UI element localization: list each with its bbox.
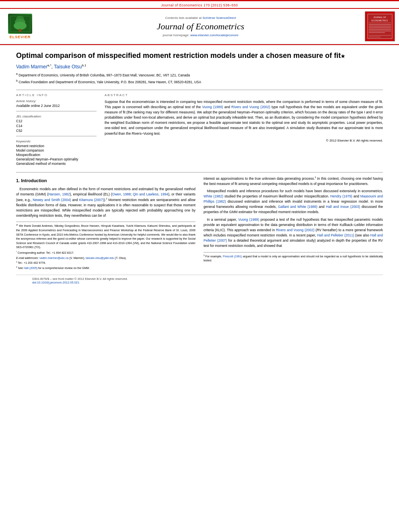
svg-rect-17 (369, 35, 391, 36)
divider-1 (16, 90, 383, 90)
header-center: Contents lists available at SciVerse Sci… (36, 16, 365, 37)
author2-sup: b,1 (82, 64, 86, 67)
svg-point-4 (14, 22, 27, 30)
keywords-label: Keywords: (16, 140, 97, 143)
white-1982-link[interactable]: White (1982) (204, 194, 223, 198)
affil-b-sup: b (16, 79, 18, 82)
affil-b: b Cowles Foundation and Department of Ec… (16, 79, 383, 85)
svg-rect-13 (369, 27, 391, 28)
body-left-para1: Econometric models are often defined in … (16, 187, 195, 219)
sciverse-link[interactable]: SciVerse ScienceDirect (202, 16, 236, 20)
elsevier-logo: ELSEVIER (4, 14, 36, 39)
info-abstract-section: ARTICLE INFO Article history: Available … (16, 93, 383, 166)
svg-rect-18 (369, 37, 381, 37)
footnotes-left: ★ We thank Donald Andrews, Nikolay Gospo… (16, 222, 195, 270)
email-marmer-link[interactable]: vadim.marmer@ubc.ca (39, 257, 68, 259)
svg-rect-16 (369, 32, 385, 33)
hall-2005-link[interactable]: Hall (2005) (24, 267, 37, 269)
affil-a-sup: a (16, 72, 18, 75)
email-label: E-mail addresses: (16, 257, 39, 259)
jel-c14: C14 (16, 124, 97, 128)
affil-b-text: Cowles Foundation and Department of Econ… (19, 80, 201, 84)
svg-rect-5 (19, 29, 21, 32)
article-info-head: ARTICLE INFO (16, 93, 97, 97)
keyword-2: Model comparison (16, 148, 97, 152)
journal-top-bar: Journal of Econometrics 170 (2012) 538–5… (0, 1, 399, 9)
journal-ref: Journal of Econometrics 170 (2012) 538–5… (161, 3, 238, 7)
homepage-prefix: journal homepage: (162, 33, 189, 37)
jel-c12: C12 (16, 119, 97, 123)
affil-a-text: Department of Economics, University of B… (19, 73, 190, 77)
gallant-white-link[interactable]: Gallant and White (1988) (278, 205, 317, 209)
divider-info-1 (16, 111, 97, 111)
body-section: 1. Introduction Econometric models are o… (16, 176, 383, 271)
main-content: Optimal comparison of misspecified momen… (0, 45, 399, 290)
footnote-corr: * Corresponding author. Tel.: +1 604 822… (16, 251, 195, 255)
author1-sup: a,* (47, 64, 51, 67)
svg-text:JOURNAL OF: JOURNAL OF (373, 16, 386, 18)
author2-link[interactable]: Taisuke Otsu (54, 64, 82, 70)
divider-info-2 (16, 136, 97, 136)
footnote-3-sup: 3 (204, 255, 205, 257)
svg-rect-14 (369, 29, 391, 30)
footnote-1-sup: 1 (16, 261, 17, 263)
footnote-star-sup: ★ (16, 224, 18, 226)
page-header: ELSEVIER Contents lists available at Sci… (0, 9, 399, 44)
svg-text:ECONOMETRICS: ECONOMETRICS (372, 19, 389, 22)
hendry-1979-link[interactable]: Hendry (1979) (330, 194, 352, 198)
vuong-1989-link[interactable]: Vuong (1989) (202, 105, 223, 109)
footnote-2: 2 See Hall (2005) for a comprehensive re… (16, 266, 195, 271)
elsevier-label: ELSEVIER (10, 35, 31, 39)
author1-link[interactable]: Vadim Marmer (16, 64, 47, 70)
doi-link[interactable]: doi:10.1016/j.jeconom.2012.05.021 (32, 281, 79, 284)
owen-1988-link[interactable]: Owen, 1988 (112, 192, 131, 196)
newey-smith-link[interactable]: Newey and Smith (2004) (33, 198, 71, 202)
svg-rect-12 (369, 26, 391, 27)
title-footnote-star: ★ (341, 53, 345, 59)
hansen-1982-link[interactable]: Hansen, 1982 (48, 192, 70, 196)
bottom-bar: 0304-4076/$ – see front matter © 2012 El… (16, 275, 383, 286)
footnote-corr-sup: * (16, 251, 17, 253)
affiliations: a Department of Economics, University of… (16, 72, 383, 84)
article-history-label: Article history: (16, 99, 97, 103)
vuong-1989-body-link[interactable]: Vuong (1989) (238, 218, 259, 222)
hall-pelletier-2007-link[interactable]: Hall and Pelletier (2007) (204, 233, 383, 242)
rivers-vuong-2002-body-link[interactable]: Rivers and Vuong (2002) (276, 228, 315, 232)
jel-label: JEL classification: (16, 115, 97, 118)
kitamura-2007-link[interactable]: Kitamura (2007) (79, 198, 104, 202)
body-right-para3: In a seminal paper, Vuong (1989) propose… (204, 217, 383, 249)
available-online: Available online 2 June 2012 (16, 104, 97, 108)
journal-thumbnail: JOURNAL OF ECONOMETRICS (365, 11, 395, 41)
svg-rect-15 (369, 31, 391, 31)
prescott-1991-link[interactable]: Prescott (1991) (223, 255, 242, 258)
bottom-issn: 0304-4076/$ – see front matter © 2012 El… (32, 277, 367, 281)
abstract-head: ABSTRACT (105, 93, 383, 97)
divider-2 (16, 172, 383, 173)
body-right-para1: interest as approximations to the true u… (204, 176, 383, 187)
footnote-star: ★ We thank Donald Andrews, Nikolay Gospo… (16, 224, 195, 249)
keyword-5: Generalized method of moments (16, 162, 97, 166)
email-otsu-link[interactable]: taisuke.otsu@yale.edu (86, 257, 114, 259)
hall-inoue-link[interactable]: Hall and Inoue (2003) (326, 205, 360, 209)
footnotes-right: 3 For example, Prescott (1991) argued th… (204, 252, 383, 263)
keyword-3: Misspecification (16, 153, 97, 157)
homepage-link[interactable]: www.elsevier.com/locate/jeconom (190, 33, 239, 37)
abstract-text: Suppose that the econometrician is inter… (105, 99, 383, 136)
contents-available-line: Contents lists available at SciVerse Sci… (40, 16, 361, 20)
keywords-list: Moment restriction Model comparison Miss… (16, 144, 97, 166)
rivers-vuong-2002-link[interactable]: Rivers and Vuong (2002) (231, 105, 270, 109)
authors-line: Vadim Marmera,*, Taisuke Otsub,1 (16, 64, 383, 70)
jel-c52: C52 (16, 129, 97, 133)
footnote-1: 1 Tel.: +1 203 432 9778. (16, 261, 195, 265)
body-right-col: interest as approximations to the true u… (204, 176, 383, 271)
hall-pelletier-2011-link[interactable]: Hall and Pelletier (2011) (317, 233, 354, 237)
abstract-copyright: © 2012 Elsevier B.V. All rights reserved… (105, 139, 383, 142)
qin-lawless-link[interactable]: Qin and Lawless, 1994 (133, 192, 168, 196)
abstract-column: ABSTRACT Suppose that the econometrician… (105, 93, 383, 166)
maasoumi-phillips-link[interactable]: Maasoumi and Phillips (1982) (204, 194, 383, 203)
section1-num: 1. (16, 178, 20, 183)
keyword-4: Generalized Neyman–Pearson optimality (16, 157, 97, 161)
contents-prefix: Contents lists available at (165, 16, 202, 20)
svg-rect-11 (369, 24, 391, 25)
affil-a: a Department of Economics, University of… (16, 72, 383, 78)
